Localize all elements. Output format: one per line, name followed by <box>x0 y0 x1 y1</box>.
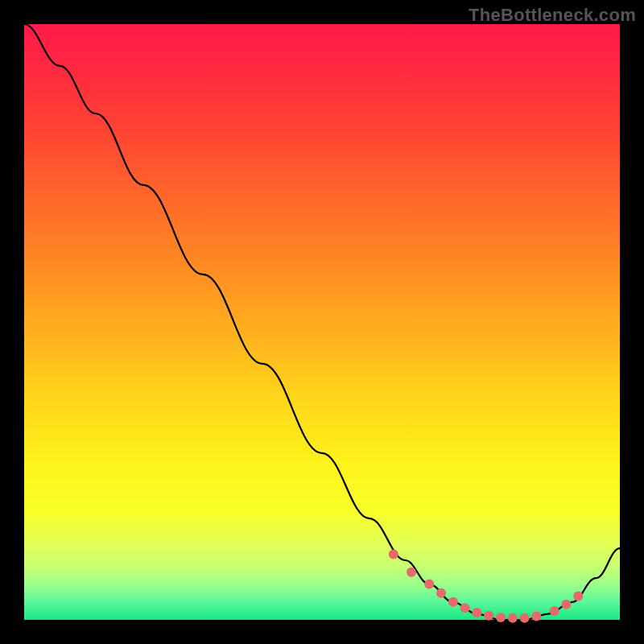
highlight-dot <box>436 588 446 598</box>
highlight-dots <box>389 550 583 623</box>
watermark-text: TheBottleneck.com <box>469 5 636 26</box>
highlight-dot <box>496 613 506 622</box>
highlight-dot <box>520 613 530 623</box>
highlight-dot <box>531 612 541 621</box>
chart-svg <box>24 24 620 620</box>
highlight-dot <box>460 603 470 613</box>
highlight-dot <box>484 611 493 621</box>
highlight-dot <box>407 568 416 577</box>
chart-frame: TheBottleneck.com <box>0 0 644 644</box>
plot-area <box>24 24 620 620</box>
highlight-dot <box>448 597 458 607</box>
highlight-dot <box>472 608 481 617</box>
highlight-dot <box>508 613 518 623</box>
highlight-dot <box>424 580 434 589</box>
highlight-dot <box>561 600 571 609</box>
highlight-dot <box>550 606 559 616</box>
bottleneck-curve <box>24 24 620 620</box>
highlight-dot <box>389 550 398 559</box>
highlight-dot <box>573 591 583 601</box>
